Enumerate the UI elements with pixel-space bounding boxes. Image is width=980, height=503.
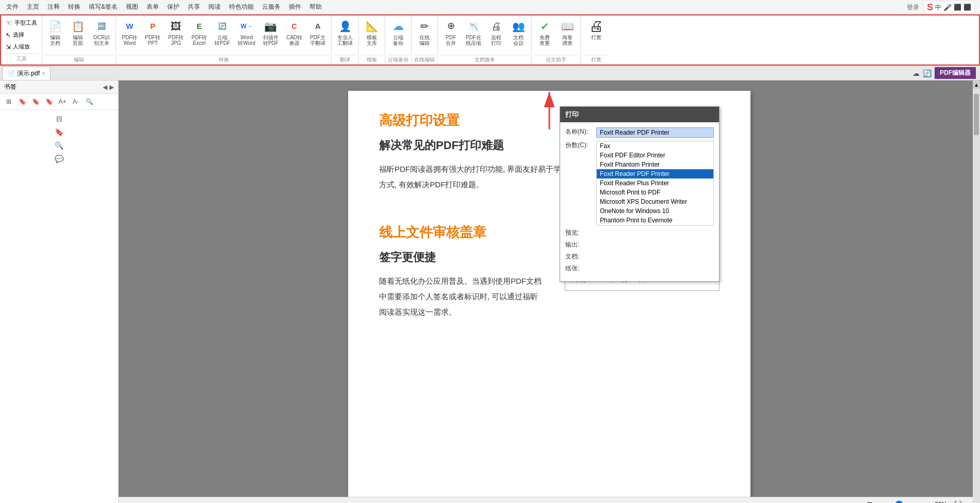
- free-check-btn[interactable]: ✔ 免费查重: [534, 17, 556, 48]
- pdf-tab[interactable]: 📄 演示.pdf ×: [2, 67, 51, 80]
- sidebar-search-icon[interactable]: 🔍: [54, 140, 65, 151]
- menu-home[interactable]: 主页: [23, 2, 43, 12]
- scroll-up-btn[interactable]: ▲: [973, 80, 980, 89]
- remote-print-btn[interactable]: 🖨 远程打印: [485, 17, 507, 48]
- menu-cloud[interactable]: 云服务: [258, 2, 285, 12]
- print-big-btn[interactable]: 🖨 打窝: [584, 17, 609, 43]
- pdf-to-word-btn[interactable]: W PDF转Word: [118, 17, 141, 48]
- print-dialog-header: 打印: [560, 107, 719, 122]
- menu-convert[interactable]: 转换: [64, 2, 85, 12]
- scrollbar[interactable]: ▲ ▼: [973, 80, 980, 503]
- printer-ms-xps[interactable]: Microsoft XPS Document Writer: [597, 197, 713, 206]
- tab-close-btn[interactable]: ×: [42, 70, 45, 76]
- read-assist-btn[interactable]: 📖 阅卷调查: [557, 17, 578, 48]
- menu-share[interactable]: 共享: [184, 2, 204, 12]
- edit-page-btn[interactable]: 📋 编辑页面: [67, 17, 89, 48]
- printer-foxit-editor[interactable]: Foxit PDF Editor Printer: [597, 151, 713, 160]
- pdf-merge-btn[interactable]: ⊕ PDF合并: [440, 17, 462, 48]
- menu-comment[interactable]: 注释: [43, 2, 64, 12]
- pdf-to-jpg-btn[interactable]: 🖼 PDF转JPG: [165, 17, 187, 48]
- printer-foxit-reader[interactable]: Foxit Reader PDF Printer: [597, 169, 713, 179]
- pdf-compress-btn[interactable]: 📉 PDF在线压缩: [462, 17, 485, 48]
- sb-tool-3[interactable]: 🔖: [30, 96, 41, 107]
- pro-translate-btn[interactable]: 👤 专业人工翻译: [334, 17, 356, 48]
- menu-help[interactable]: 帮助: [305, 2, 326, 12]
- menu-file[interactable]: 文件: [2, 2, 23, 12]
- sidebar-page-thumb-icon[interactable]: ⊟: [54, 113, 65, 124]
- zoom-tool-btn[interactable]: ⇲ 人缩放: [4, 42, 39, 52]
- sidebar-next-icon[interactable]: ▶: [109, 84, 114, 91]
- printer-phantom-evernote[interactable]: Phantom Print to Evernote: [597, 216, 713, 225]
- word-to-word-btn[interactable]: W→ Word转Word: [234, 17, 259, 48]
- login-label[interactable]: 登录: [907, 3, 919, 11]
- pdf-editor-label[interactable]: PDF编辑器: [935, 67, 976, 79]
- sb-tool-7[interactable]: 🔍: [84, 96, 95, 107]
- sougou-s-icon: S: [927, 2, 933, 12]
- cloud-backup-label: 云端备份: [393, 35, 403, 46]
- printer-foxit-reader-plus[interactable]: Foxit Reader Plus Printer: [597, 179, 713, 188]
- tab-bar: 📄 演示.pdf × ☁ 🔄 PDF编辑器: [0, 66, 980, 80]
- pdf-to-ppt-btn[interactable]: P PDF转PPT: [141, 17, 164, 48]
- convert-section-label: 转换: [118, 55, 329, 63]
- edit-doc-btn[interactable]: 📄 编辑文档: [44, 17, 66, 48]
- print-section: 🖨 打窝 打窝: [581, 15, 612, 64]
- print-preview-label: 预览:: [565, 229, 596, 237]
- sb-tool-2[interactable]: 🔖: [17, 96, 28, 107]
- cloud-status-icon: ☁: [912, 69, 920, 77]
- pdf-to-excel-btn[interactable]: E PDF转Excel: [188, 17, 210, 48]
- sidebar-comment-icon[interactable]: 💬: [54, 153, 65, 165]
- sb-tool-1[interactable]: ⊞: [3, 96, 14, 107]
- menu-fillsign[interactable]: 填写&签名: [85, 2, 122, 12]
- pdf-to-jpg-icon: 🖼: [169, 19, 183, 34]
- cad-converter-btn[interactable]: C CAD转换器: [283, 17, 306, 48]
- fit-page-icon[interactable]: ⊟: [867, 500, 873, 504]
- menu-special[interactable]: 特色功能: [225, 2, 258, 12]
- sidebar-prev-icon[interactable]: ◀: [103, 84, 107, 91]
- pdf-area: 高级打印设置 解决常见的PDF打印难题 福昕PDF阅读器拥有强大的打印功能, 界…: [119, 80, 980, 503]
- pdf-to-word-icon: W: [122, 19, 137, 34]
- printer-list[interactable]: Fax Foxit PDF Editor Printer Foxit Phant…: [596, 141, 714, 225]
- print-dialog: 打印 名称(N): Foxit Reader PDF Printer 份数(C)…: [560, 106, 720, 282]
- sougou-mic-icon[interactable]: 🎤: [943, 3, 952, 11]
- ocr-btn[interactable]: 🔤 OCR识别文本: [90, 17, 113, 48]
- printer-fax[interactable]: Fax: [597, 141, 713, 151]
- scroll-thumb[interactable]: [974, 94, 979, 135]
- menu-view[interactable]: 视图: [122, 2, 142, 12]
- printer-onenote[interactable]: OneNote for Windows 10: [597, 206, 713, 216]
- menu-plugin[interactable]: 插件: [285, 2, 305, 12]
- cloud-backup-btn[interactable]: ☁ 云端备份: [387, 17, 409, 48]
- ocr-label: OCR识别文本: [93, 35, 110, 46]
- edit-page-icon: 📋: [71, 19, 85, 34]
- print-name-value[interactable]: Foxit Reader PDF Printer: [596, 127, 714, 138]
- zoom-minus-btn[interactable]: −: [876, 500, 880, 504]
- printer-ms-pdf[interactable]: Microsoft Print to PDF: [597, 188, 713, 197]
- pdf-translate-btn[interactable]: A PDF文字翻译: [306, 17, 329, 48]
- menu-form[interactable]: 表单: [142, 2, 163, 12]
- online-edit-icon: ✏: [417, 19, 432, 34]
- doc-meeting-btn[interactable]: 👥 文档会议: [508, 17, 529, 48]
- sougou-box1-icon: ⬛: [954, 4, 961, 11]
- zoom-plus-btn[interactable]: +: [927, 500, 932, 504]
- template-btn[interactable]: 📐 模板文库: [361, 17, 383, 48]
- scan-to-pdf-btn[interactable]: 📷 扫描件转PDF: [259, 17, 282, 48]
- print-big-icon: 🖨: [589, 19, 603, 34]
- online-edit-btn[interactable]: ✏ 在线编辑: [414, 17, 435, 48]
- sb-tool-6[interactable]: A-: [70, 96, 81, 107]
- select-tool-btn[interactable]: ↖ 选择: [4, 30, 39, 40]
- menu-protect[interactable]: 保护: [163, 2, 184, 12]
- cloud-section-label: 云端备份: [387, 55, 409, 63]
- sb-tool-5[interactable]: A+: [57, 96, 68, 107]
- ocr-icon: 🔤: [94, 19, 109, 34]
- pdf-to-jpg-label: PDF转JPG: [168, 35, 184, 46]
- word-to-word-label: Word转Word: [238, 35, 255, 46]
- printer-foxit-phantom[interactable]: Foxit Phantom Printer: [597, 160, 713, 169]
- menu-read[interactable]: 阅读: [204, 2, 225, 12]
- sb-tool-4[interactable]: 🔖: [43, 96, 55, 107]
- sidebar-header: 书签 ◀ ▶: [0, 80, 118, 94]
- edit-doc-icon: 📄: [48, 19, 62, 34]
- cloud-to-pdf-btn[interactable]: 🔄 云端转PDF: [211, 17, 234, 48]
- hand-tool-btn[interactable]: ☜ 手型工具: [4, 18, 39, 28]
- sidebar-bookmark-icon[interactable]: 🔖: [54, 126, 65, 138]
- read-assist-label: 阅卷调查: [562, 35, 573, 46]
- expand-btn[interactable]: ⛶: [954, 500, 961, 504]
